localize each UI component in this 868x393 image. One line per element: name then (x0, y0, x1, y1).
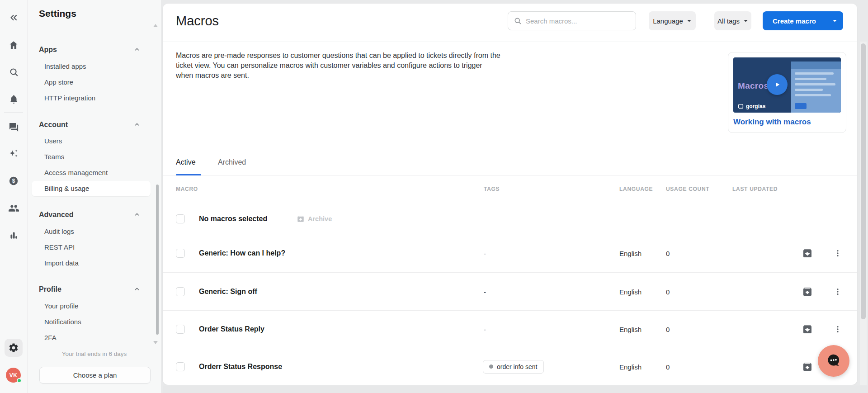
tab-archived[interactable]: Archived (218, 156, 246, 169)
notifications-nav-button[interactable] (5, 90, 23, 108)
horizontal-scrollbar[interactable] (163, 385, 868, 393)
sidebar-item-rest-api[interactable]: REST API (44, 241, 75, 254)
sidebar-item-notifications[interactable]: Notifications (44, 315, 81, 329)
dollar-coin-icon: $ (8, 175, 19, 186)
chat-launcher-button[interactable] (818, 345, 849, 377)
billing-nav-button[interactable]: $ (5, 172, 23, 190)
macro-row[interactable]: Orderr Status Response order info sent E… (163, 348, 857, 385)
tabs-divider (163, 175, 857, 175)
sidebar-section-apps[interactable]: Apps (39, 43, 57, 57)
sidebar-item-app-store[interactable]: App store (44, 76, 73, 89)
chevron-up-icon[interactable] (134, 211, 140, 218)
language-filter-button[interactable]: Language (649, 11, 696, 30)
sidebar-item-2fa[interactable]: 2FA (44, 331, 57, 345)
macro-tags: - (484, 326, 486, 333)
macro-row[interactable]: Order Status Reply - English 0 (163, 310, 857, 348)
icon-rail: $ VK (0, 0, 28, 393)
chat-bubbles-icon (9, 122, 19, 133)
archive-row-button[interactable] (802, 323, 813, 335)
home-icon (8, 40, 19, 51)
sidebar-item-installed-apps[interactable]: Installed apps (44, 60, 86, 73)
macros-panel: Macros Language All tags Create macro Ma… (163, 4, 857, 385)
macro-row[interactable]: Generic: Sign off - English 0 (163, 272, 857, 310)
sidebar-item-audit-logs[interactable]: Audit logs (44, 225, 74, 238)
chevron-up-icon[interactable] (134, 286, 140, 292)
video-link[interactable]: Working with macros (733, 118, 811, 127)
row-checkbox[interactable] (176, 362, 185, 371)
avatar[interactable]: VK (6, 368, 21, 383)
column-header-language: LANGUAGE (619, 186, 653, 192)
thumbnail-title: Macros (738, 81, 769, 91)
thumbnail-screenshot-decoration (791, 62, 841, 113)
archive-row-button[interactable] (802, 286, 813, 298)
row-menu-button[interactable] (832, 247, 844, 259)
tag-dot-icon (489, 365, 493, 369)
tab-active[interactable]: Active (176, 156, 196, 169)
macro-language: English (619, 326, 642, 333)
archive-row-button[interactable] (802, 361, 813, 373)
sparkles-icon (8, 148, 19, 159)
search-macros-box (508, 11, 636, 30)
macro-tags: - (484, 250, 486, 257)
video-card[interactable]: Macros gorgias Working with macros (728, 52, 846, 133)
sidebar-item-teams[interactable]: Teams (44, 150, 64, 164)
settings-nav-button[interactable] (5, 339, 23, 357)
sidebar-item-http-integration[interactable]: HTTP integration (44, 91, 95, 105)
selection-bar: No macros selected Archive (163, 204, 857, 234)
row-menu-button[interactable] (832, 323, 844, 335)
chevron-up-icon[interactable] (134, 121, 140, 128)
sidebar-section-profile[interactable]: Profile (39, 283, 61, 296)
gorgias-logo-icon (738, 104, 744, 109)
chevron-up-icon[interactable] (134, 46, 140, 52)
ai-assist-nav-button[interactable] (5, 145, 23, 163)
statistics-nav-button[interactable] (5, 226, 23, 244)
sidebar-item-your-profile[interactable]: Your profile (44, 299, 78, 313)
collapse-sidebar-button[interactable] (5, 9, 23, 27)
sidebar-item-access-management[interactable]: Access management (44, 166, 108, 180)
svg-text:$: $ (12, 178, 15, 184)
video-thumbnail[interactable]: Macros gorgias (733, 57, 841, 113)
tags-filter-button[interactable]: All tags (714, 11, 751, 30)
archive-row-button[interactable] (802, 247, 813, 259)
sidebar-item-users[interactable]: Users (44, 134, 62, 148)
sidebar-item-import-data[interactable]: Import data (44, 256, 79, 270)
select-all-checkbox[interactable] (176, 214, 185, 223)
choose-plan-button[interactable]: Choose a plan (39, 367, 151, 384)
scroll-down-indicator-icon[interactable] (153, 340, 158, 345)
sidebar-section-advanced[interactable]: Advanced (39, 208, 73, 222)
column-header-macro: MACRO (176, 186, 198, 192)
macro-name[interactable]: Generic: Sign off (199, 288, 257, 296)
search-macros-input[interactable] (526, 17, 630, 25)
sidebar-scrollbar[interactable] (156, 185, 159, 335)
bar-chart-icon (9, 230, 19, 241)
macro-row[interactable]: Generic: How can I help? - English 0 (163, 234, 857, 272)
row-checkbox[interactable] (176, 287, 185, 296)
conversations-nav-button[interactable] (5, 118, 23, 136)
play-button[interactable] (767, 74, 788, 95)
people-icon (8, 203, 19, 214)
row-checkbox[interactable] (176, 249, 185, 258)
home-nav-button[interactable] (5, 36, 23, 54)
vertical-scrollbar-thumb[interactable] (861, 43, 866, 319)
double-chevron-left-icon (8, 12, 19, 23)
macro-name[interactable]: Orderr Status Response (199, 363, 282, 371)
sidebar-item-billing-usage[interactable]: Billing & usage (44, 181, 89, 196)
sidebar-title: Settings (39, 8, 76, 19)
macro-name[interactable]: Order Status Reply (199, 325, 264, 333)
caret-down-icon[interactable] (832, 19, 837, 23)
macro-language: English (619, 363, 642, 370)
row-checkbox[interactable] (176, 325, 185, 334)
archive-selected-button[interactable]: Archive (297, 215, 332, 223)
customers-nav-button[interactable] (5, 199, 23, 217)
active-tab-underline (176, 174, 201, 175)
brand-mark: gorgias (738, 103, 765, 109)
macro-tag-chip[interactable]: order info sent (483, 360, 544, 374)
scroll-up-indicator-icon[interactable] (153, 24, 158, 28)
create-macro-button[interactable]: Create macro (763, 11, 843, 30)
row-menu-button[interactable] (832, 286, 844, 298)
online-status-dot (17, 378, 22, 383)
search-nav-button[interactable] (5, 63, 23, 81)
macro-name[interactable]: Generic: How can I help? (199, 249, 285, 257)
sidebar-section-account[interactable]: Account (39, 118, 68, 132)
settings-sidebar: Settings Apps Installed apps App store H… (28, 0, 161, 393)
